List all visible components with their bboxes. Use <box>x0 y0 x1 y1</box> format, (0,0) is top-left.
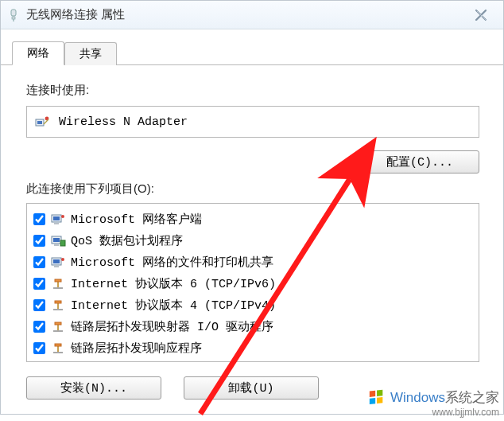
tab-panel-network: 连接时使用: Wireless N Adapter 配置(C)... 此连接使用… <box>1 65 503 407</box>
client-icon <box>50 255 66 271</box>
properties-window: 无线网络连接 属性 网络 共享 连接时使用: <box>0 0 504 415</box>
svg-rect-26 <box>55 322 61 325</box>
svg-rect-29 <box>55 344 61 346</box>
item-checkbox[interactable] <box>33 235 45 247</box>
svg-rect-4 <box>37 121 42 124</box>
svg-point-17 <box>61 258 64 261</box>
item-label: 链路层拓扑发现映射器 I/O 驱动程序 <box>71 319 273 334</box>
tabstrip: 网络 共享 <box>1 30 503 65</box>
item-checkbox[interactable] <box>33 342 45 354</box>
svg-rect-23 <box>55 301 61 303</box>
svg-rect-8 <box>54 223 59 224</box>
close-button[interactable] <box>465 7 497 23</box>
protocol-icon <box>50 276 66 292</box>
item-label: Microsoft 网络的文件和打印机共享 <box>71 255 273 270</box>
svg-rect-15 <box>53 259 60 263</box>
list-item[interactable]: 链路层拓扑发现响应程序 <box>32 337 474 359</box>
list-item[interactable]: 链路层拓扑发现映射器 I/O 驱动程序 <box>32 316 474 337</box>
window-body: 网络 共享 连接时使用: Wireless N Adapter 配置(C)... <box>1 29 503 414</box>
svg-rect-20 <box>55 279 61 282</box>
item-label: Internet 协议版本 4 (TCP/IPv4) <box>71 298 276 313</box>
svg-rect-11 <box>53 238 60 242</box>
svg-point-9 <box>61 215 64 218</box>
protocol-icon <box>50 298 66 314</box>
items-label: 此连接使用下列项目(O): <box>26 181 489 197</box>
configure-button[interactable]: 配置(C)... <box>360 150 479 173</box>
svg-rect-7 <box>53 216 60 220</box>
adapter-name: Wireless N Adapter <box>59 115 188 129</box>
svg-rect-13 <box>60 240 65 246</box>
protocol-icon <box>50 341 66 357</box>
svg-rect-12 <box>54 244 59 246</box>
window-title: 无线网络连接 属性 <box>26 7 465 22</box>
svg-rect-21 <box>53 309 63 310</box>
connect-using-label: 连接时使用: <box>26 83 489 98</box>
svg-rect-27 <box>53 352 63 353</box>
item-checkbox[interactable] <box>33 299 45 311</box>
client-icon <box>50 212 66 228</box>
install-button[interactable]: 安装(N)... <box>26 376 161 400</box>
list-item[interactable]: Internet 协议版本 4 (TCP/IPv4) <box>32 294 474 316</box>
tab-sharing[interactable]: 共享 <box>64 42 117 65</box>
list-item[interactable]: Microsoft 网络客户端 <box>32 209 474 230</box>
svg-rect-18 <box>53 287 63 289</box>
list-item[interactable]: Internet 协议版本 6 (TCP/IPv6) <box>32 273 474 294</box>
item-label: Microsoft 网络客户端 <box>71 212 202 227</box>
qos-icon <box>50 233 66 249</box>
item-label: QoS 数据包计划程序 <box>71 233 183 248</box>
button-row: 安装(N)... 卸载(U) <box>26 376 479 400</box>
adapter-field: Wireless N Adapter <box>26 106 479 138</box>
connection-items-list[interactable]: Microsoft 网络客户端QoS 数据包计划程序Microsoft 网络的文… <box>26 203 479 362</box>
svg-rect-24 <box>53 330 63 332</box>
network-adapter-icon <box>35 114 51 130</box>
tab-network[interactable]: 网络 <box>12 41 64 65</box>
item-label: 链路层拓扑发现响应程序 <box>71 341 202 356</box>
titlebar: 无线网络连接 属性 <box>1 1 503 29</box>
svg-rect-1 <box>12 17 15 19</box>
svg-rect-0 <box>11 10 16 16</box>
item-label: Internet 协议版本 6 (TCP/IPv6) <box>71 276 276 291</box>
list-item[interactable]: Microsoft 网络的文件和打印机共享 <box>32 251 474 273</box>
item-checkbox[interactable] <box>33 213 45 225</box>
uninstall-button[interactable]: 卸载(U) <box>184 376 319 400</box>
svg-rect-16 <box>54 266 59 267</box>
item-checkbox[interactable] <box>33 321 45 333</box>
protocol-icon <box>50 319 66 335</box>
item-checkbox[interactable] <box>33 256 45 268</box>
item-checkbox[interactable] <box>33 278 45 290</box>
list-item[interactable]: QoS 数据包计划程序 <box>32 230 474 251</box>
adapter-titlebar-icon <box>7 9 20 21</box>
